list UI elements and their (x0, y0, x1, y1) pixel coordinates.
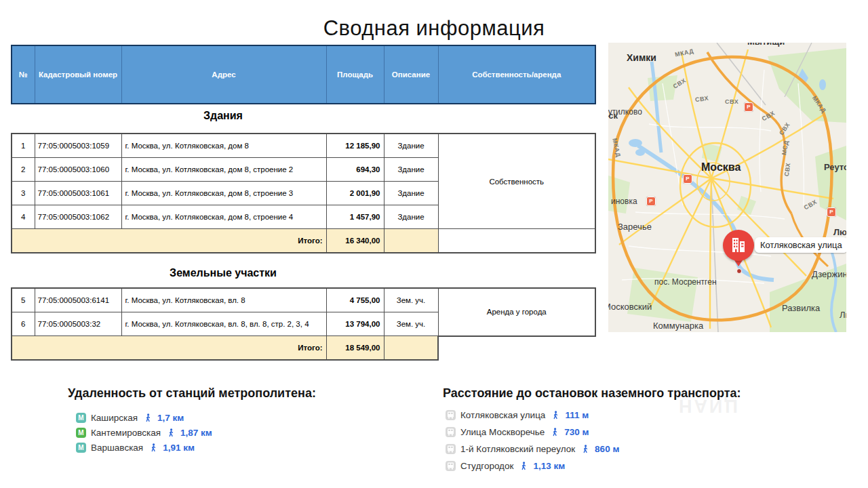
cell-area: 13 794,00 (326, 312, 384, 336)
total-desc-empty (384, 336, 438, 360)
cell-description: Здание (384, 205, 438, 229)
cell-cadastral: 77:05:0005003:6141 (35, 288, 121, 312)
map-label: Москва (701, 161, 741, 174)
land-table: 5 77:05:0005003:6141 г. Москва, ул. Котл… (11, 287, 596, 361)
summary-table-header: № Кадастровый номер Адрес Площадь Описан… (11, 45, 596, 104)
cell-description: Здание (384, 158, 438, 182)
map-label: иновка (611, 197, 637, 206)
cell-description: Зем. уч. (384, 312, 438, 336)
bus-icon (446, 461, 456, 471)
parking-icon: Р (827, 207, 836, 217)
stop-distance: 111 м (565, 410, 589, 420)
total-desc-empty (384, 229, 438, 253)
stop-name: 1-й Котляковский переулок (460, 444, 575, 454)
cell-address: г. Москва, ул. Котляковская, дом 8 (121, 134, 326, 158)
map-label: Лыткарино (840, 310, 846, 320)
map-label: Химки (627, 52, 656, 63)
parking-icon: Р (744, 102, 753, 112)
total-value: 18 549,00 (326, 336, 384, 360)
walk-icon (582, 445, 589, 453)
table-row: 1 77:05:0005003:1059 г. Москва, ул. Котл… (12, 134, 595, 158)
cell-num: 5 (12, 288, 35, 312)
cell-area: 4 755,00 (326, 288, 384, 312)
location-map: МКАД МКАД МКАД СВХ СВХ СВХ СВХ СВХ СВХ М… (608, 43, 846, 332)
total-row: Итого: 18 549,00 (12, 336, 595, 360)
map-label: пос. Мосрентген (654, 277, 717, 287)
cell-area: 12 185,90 (326, 134, 384, 158)
cell-ownership-merged: Собственность (438, 134, 595, 229)
bus-icon (446, 410, 456, 420)
total-value: 16 340,00 (326, 229, 384, 253)
cell-ownership-merged: Аренда у города (438, 288, 595, 336)
col-header-address: Адрес (121, 45, 326, 104)
table-row: 5 77:05:0005003:6141 г. Москва, ул. Котл… (12, 288, 595, 312)
total-row: Итого: 16 340,00 (12, 229, 595, 253)
walk-icon (552, 411, 559, 420)
metro-icon: М (76, 428, 86, 438)
metro-station-name: Варшавская (91, 443, 143, 453)
map-label: Дзержинский (812, 269, 846, 279)
map-label: Мытищи (747, 43, 785, 47)
map-label: Коммунарка (653, 321, 703, 331)
map-label: Развилка (782, 303, 820, 313)
metro-icon: М (76, 443, 86, 453)
cell-address: г. Москва, ул. Котляковская, дом 8, стро… (121, 205, 326, 229)
summary-slide: Сводная информация № Кадастровый номер А… (0, 0, 868, 488)
cell-num: 4 (12, 205, 35, 229)
cell-description: Здание (384, 134, 438, 158)
stop-distance: 1,13 км (533, 461, 565, 471)
metro-icon: М (76, 413, 86, 423)
col-header-description: Описание (384, 45, 438, 104)
col-header-cadastral: Кадастровый номер (35, 45, 121, 104)
map-graphics (608, 43, 846, 332)
walk-icon (551, 428, 559, 436)
section-heading-land: Земельные участки (121, 267, 326, 279)
cell-address: г. Москва, ул. Котляковская, вл. 8 (121, 288, 326, 312)
walk-icon (167, 428, 175, 437)
cell-num: 6 (12, 312, 35, 336)
col-header-num: № (12, 45, 35, 104)
map-label: Красногорск (608, 110, 618, 121)
cell-address: г. Москва, ул. Котляковская, дом 8, стро… (121, 182, 326, 205)
metro-heading: Удаленность от станций метрополитена: (68, 386, 316, 401)
total-ownership-empty (438, 229, 595, 253)
transport-item: Улица Москворечье 730 м (446, 425, 589, 439)
transport-heading: Расстояние до остановок наземного трансп… (443, 386, 741, 401)
cell-area: 1 457,90 (326, 205, 384, 229)
metro-station-name: Каширская (91, 413, 138, 423)
walk-icon (150, 443, 157, 452)
empty-area (438, 336, 595, 360)
transport-item: 1-й Котляковский переулок 860 м (446, 442, 619, 456)
stop-distance: 730 м (564, 427, 589, 437)
cell-address: г. Москва, ул. Котляковская, дом 8, стро… (121, 158, 326, 182)
cell-num: 1 (12, 134, 35, 158)
stop-name: Улица Москворечье (460, 427, 545, 437)
buildings-table: 1 77:05:0005003:1059 г. Москва, ул. Котл… (11, 133, 596, 253)
cell-cadastral: 77:05:0005003:32 (35, 312, 121, 336)
col-header-area: Площадь (326, 45, 384, 104)
cell-cadastral: 77:05:0005003:1060 (35, 158, 121, 182)
cell-address: г. Москва, ул. Котляковская, вл. 8, вл. … (121, 312, 326, 336)
building-icon (723, 230, 754, 261)
bus-icon (446, 444, 456, 454)
cell-cadastral: 77:05:0005003:1059 (35, 134, 121, 158)
map-label: Московский (608, 302, 652, 312)
metro-distance: 1,91 км (163, 443, 195, 453)
metro-distance: 1,7 км (157, 413, 184, 423)
map-marker-label: Котляковская улица (755, 237, 846, 253)
transport-item: Студгородок 1,13 км (446, 459, 565, 473)
metro-item: М Каширская 1,7 км (76, 411, 184, 425)
stop-name: Котляковская улица (460, 410, 545, 420)
parking-icon: Р (683, 174, 692, 184)
map-pin-dot (736, 268, 742, 274)
col-header-ownership: Собственность/аренда (438, 45, 595, 104)
cell-cadastral: 77:05:0005003:1061 (35, 182, 121, 205)
total-label: Итого: (12, 336, 326, 360)
metro-distance: 1,87 км (180, 428, 212, 438)
map-pin (723, 230, 754, 261)
metro-item: М Кантемировская 1,87 км (76, 426, 212, 440)
cell-cadastral: 77:05:0005003:1062 (35, 205, 121, 229)
transport-item: Котляковская улица 111 м (446, 408, 589, 422)
road-label: СВХ (725, 98, 738, 105)
walk-icon (144, 413, 152, 422)
